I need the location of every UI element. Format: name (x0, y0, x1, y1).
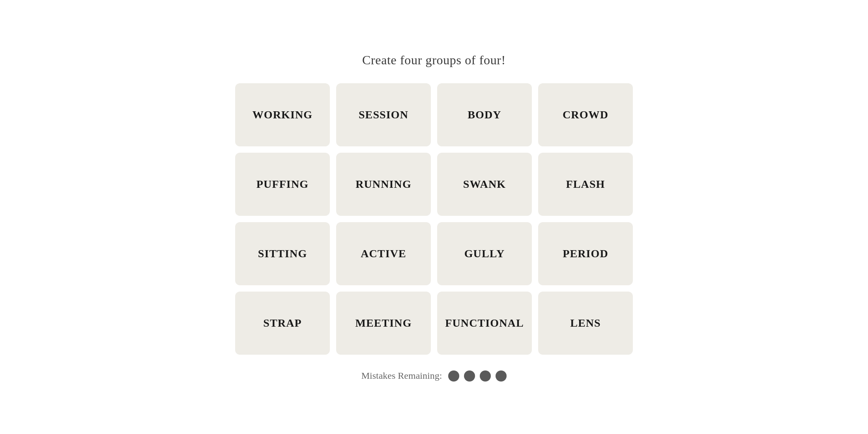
word-card-gully[interactable]: GULLY (437, 222, 532, 285)
word-label-puffing: PUFFING (256, 178, 309, 191)
word-card-meeting[interactable]: MEETING (336, 292, 431, 355)
subtitle: Create four groups of four! (362, 53, 506, 67)
mistakes-label: Mistakes Remaining: (361, 370, 442, 381)
word-card-puffing[interactable]: PUFFING (235, 153, 330, 216)
page-container: Create four groups of four! WORKINGSESSI… (0, 53, 868, 382)
word-label-functional: FUNCTIONAL (445, 317, 524, 329)
word-card-strap[interactable]: STRAP (235, 292, 330, 355)
word-label-body: BODY (468, 108, 501, 121)
word-label-meeting: MEETING (355, 317, 412, 329)
word-label-sitting: SITTING (258, 247, 307, 260)
word-card-working[interactable]: WORKING (235, 83, 330, 146)
word-card-lens[interactable]: LENS (538, 292, 633, 355)
word-card-swank[interactable]: SWANK (437, 153, 532, 216)
mistake-dot-1 (448, 370, 459, 382)
word-card-running[interactable]: RUNNING (336, 153, 431, 216)
word-label-working: WORKING (253, 108, 313, 121)
word-grid: WORKINGSESSIONBODYCROWDPUFFINGRUNNINGSWA… (235, 83, 633, 355)
mistake-dot-2 (464, 370, 475, 382)
word-card-functional[interactable]: FUNCTIONAL (437, 292, 532, 355)
word-label-crowd: CROWD (563, 108, 608, 121)
mistakes-section: Mistakes Remaining: (361, 370, 507, 382)
word-label-strap: STRAP (263, 317, 301, 329)
mistake-dot-4 (496, 370, 507, 382)
word-card-active[interactable]: ACTIVE (336, 222, 431, 285)
word-card-body[interactable]: BODY (437, 83, 532, 146)
word-label-session: SESSION (359, 108, 408, 121)
word-label-flash: FLASH (566, 178, 605, 191)
word-card-sitting[interactable]: SITTING (235, 222, 330, 285)
word-label-active: ACTIVE (361, 247, 406, 260)
word-label-swank: SWANK (463, 178, 506, 191)
word-card-session[interactable]: SESSION (336, 83, 431, 146)
word-label-period: PERIOD (563, 247, 608, 260)
word-label-gully: GULLY (464, 247, 505, 260)
word-label-running: RUNNING (355, 178, 412, 191)
word-card-crowd[interactable]: CROWD (538, 83, 633, 146)
word-card-period[interactable]: PERIOD (538, 222, 633, 285)
word-card-flash[interactable]: FLASH (538, 153, 633, 216)
mistake-dot-3 (480, 370, 491, 382)
word-label-lens: LENS (570, 317, 601, 329)
mistakes-dots (448, 370, 507, 382)
